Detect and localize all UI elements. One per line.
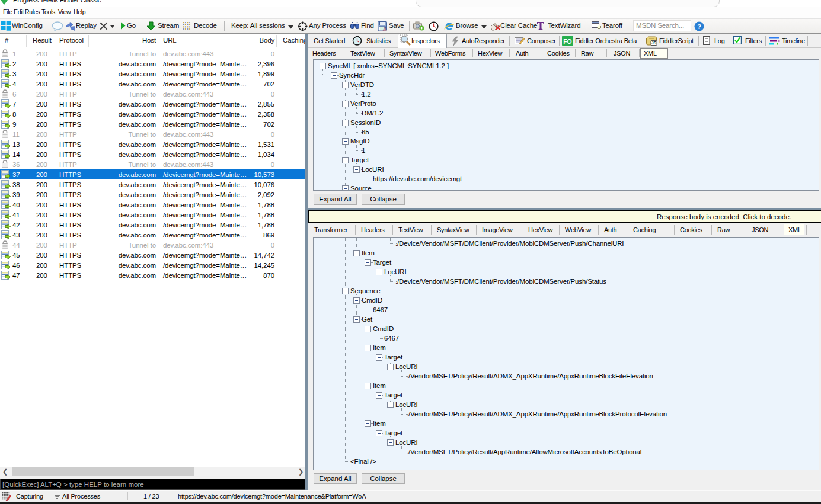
svg-text:FO: FO [563, 38, 572, 45]
svg-text:?: ? [697, 23, 701, 30]
svg-text:JS: JS [651, 41, 657, 45]
